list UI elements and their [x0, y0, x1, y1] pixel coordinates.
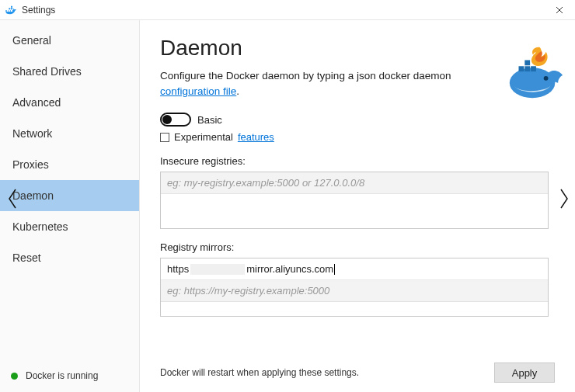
toggle-knob-icon: [162, 115, 172, 124]
restart-note: Docker will restart when applying these …: [160, 367, 359, 378]
basic-toggle-label: Basic: [197, 114, 222, 126]
close-button[interactable]: [549, 2, 570, 19]
titlebar: Settings: [0, 0, 575, 20]
insecure-placeholder: eg: my-registry.example:5000 or 127.0.0.…: [161, 172, 548, 194]
svg-rect-4: [531, 66, 536, 71]
apply-button[interactable]: Apply: [494, 363, 555, 383]
sidebar-item-reset[interactable]: Reset: [0, 242, 139, 273]
status-dot-icon: [11, 373, 18, 380]
insecure-registries-input[interactable]: eg: my-registry.example:5000 or 127.0.0.…: [160, 172, 549, 229]
sidebar-item-advanced[interactable]: Advanced: [0, 87, 139, 118]
desc-post: .: [236, 85, 239, 97]
mirror-suffix: mirror.aliyuncs.com: [246, 263, 333, 275]
whale-icon: [5, 4, 17, 16]
status-bar: Docker is running: [0, 363, 139, 392]
svg-rect-5: [524, 60, 530, 65]
footer: Docker will restart when applying these …: [160, 363, 555, 383]
docker-whale-fire-icon: [504, 43, 564, 104]
svg-point-0: [510, 68, 556, 98]
page-title: Daemon: [160, 36, 555, 61]
main-panel: Daemon Configure the Docker daemon by ty…: [140, 20, 575, 392]
mirror-prefix: https: [167, 263, 189, 275]
prev-arrow-icon[interactable]: [3, 182, 22, 216]
features-link[interactable]: features: [238, 131, 274, 143]
next-arrow-icon[interactable]: [555, 182, 573, 216]
experimental-label: Experimental: [174, 131, 233, 143]
svg-rect-3: [524, 66, 530, 71]
page-description: Configure the Docker daemon by typing a …: [160, 68, 502, 99]
mirrors-placeholder: eg: https://my-registry.example:5000: [161, 280, 548, 302]
sidebar-item-shared-drives[interactable]: Shared Drives: [0, 56, 139, 87]
configuration-file-link[interactable]: configuration file: [160, 85, 236, 97]
redacted-segment: [190, 264, 245, 275]
window-title: Settings: [22, 5, 55, 16]
sidebar-item-kubernetes[interactable]: Kubernetes: [0, 211, 139, 242]
status-text: Docker is running: [26, 370, 98, 381]
sidebar-item-general[interactable]: General: [0, 25, 139, 56]
text-caret-icon: [334, 264, 335, 275]
svg-rect-2: [519, 66, 524, 71]
sidebar-item-proxies[interactable]: Proxies: [0, 149, 139, 180]
insecure-registries-label: Insecure registries:: [160, 155, 555, 167]
registry-mirrors-input[interactable]: httpsmirror.aliyuncs.com eg: https://my-…: [160, 258, 549, 317]
registry-mirrors-label: Registry mirrors:: [160, 241, 555, 253]
desc-text: Configure the Docker daemon by typing a …: [160, 70, 451, 82]
experimental-checkbox[interactable]: [160, 133, 169, 142]
svg-point-1: [544, 76, 549, 81]
registry-mirror-value: httpsmirror.aliyuncs.com: [161, 258, 548, 280]
sidebar-item-network[interactable]: Network: [0, 118, 139, 149]
basic-toggle[interactable]: [160, 113, 191, 127]
